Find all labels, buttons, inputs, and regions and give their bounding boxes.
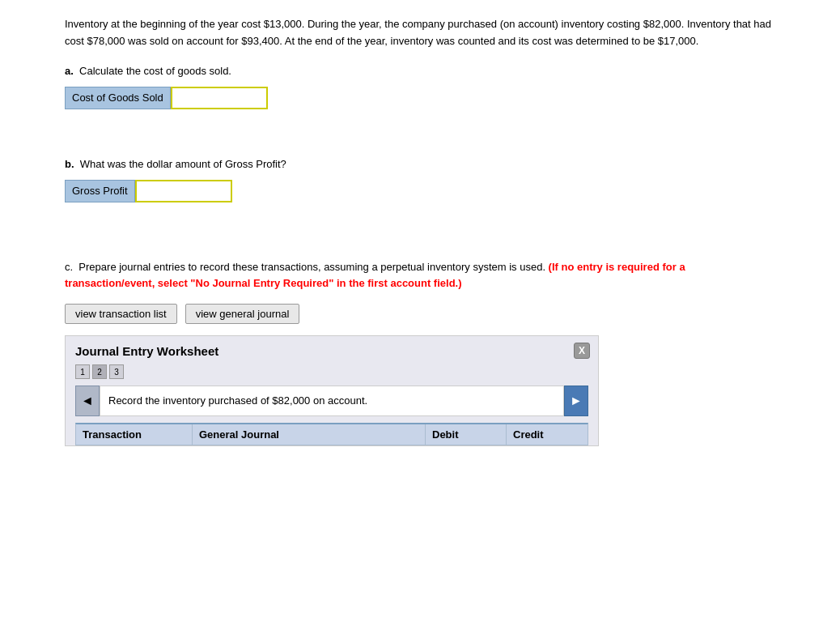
question-a-input-row: Cost of Goods Sold bbox=[65, 87, 775, 109]
transaction-display-area: ◄ Record the inventory purchased of $82,… bbox=[75, 386, 588, 416]
nav-button-3[interactable]: 3 bbox=[109, 364, 124, 379]
col-transaction: Transaction bbox=[76, 424, 193, 445]
question-a-text: Calculate the cost of goods sold. bbox=[79, 65, 231, 77]
navigation-row: 1 2 3 bbox=[75, 364, 588, 379]
intro-paragraph: Inventory at the beginning of the year c… bbox=[65, 16, 775, 50]
question-a-letter: a. bbox=[65, 65, 74, 77]
nav-button-1[interactable]: 1 bbox=[75, 364, 90, 379]
question-a-label: a. Calculate the cost of goods sold. bbox=[65, 65, 775, 77]
transaction-text: Record the inventory purchased of $82,00… bbox=[100, 386, 564, 416]
question-b-input-row: Gross Profit bbox=[65, 180, 775, 202]
journal-entry-worksheet: X Journal Entry Worksheet 1 2 3 ◄ Record… bbox=[65, 335, 599, 446]
cost-of-goods-sold-input[interactable] bbox=[171, 87, 268, 109]
journal-table-header: Transaction General Journal Debit Credit bbox=[75, 423, 588, 445]
question-c-label: c. Prepare journal entries to record the… bbox=[65, 259, 775, 293]
gross-profit-label: Gross Profit bbox=[65, 180, 135, 202]
question-c-block: c. Prepare journal entries to record the… bbox=[65, 259, 775, 446]
col-debit: Debit bbox=[426, 424, 507, 445]
journal-buttons-row: view transaction list view general journ… bbox=[65, 304, 775, 324]
nav-button-2[interactable]: 2 bbox=[92, 364, 107, 379]
next-transaction-button[interactable]: ► bbox=[564, 386, 588, 416]
question-a-block: a. Calculate the cost of goods sold. Cos… bbox=[65, 65, 775, 109]
question-b-block: b. What was the dollar amount of Gross P… bbox=[65, 158, 775, 202]
question-b-label: b. What was the dollar amount of Gross P… bbox=[65, 158, 775, 170]
gross-profit-input[interactable] bbox=[135, 180, 232, 202]
question-c-normal-text: Prepare journal entries to record these … bbox=[78, 261, 548, 273]
question-b-letter: b. bbox=[65, 158, 74, 170]
cost-of-goods-sold-label: Cost of Goods Sold bbox=[65, 87, 171, 109]
close-button[interactable]: X bbox=[574, 343, 590, 359]
col-general-journal: General Journal bbox=[193, 424, 426, 445]
journal-worksheet-title: Journal Entry Worksheet bbox=[75, 344, 588, 358]
question-b-text: What was the dollar amount of Gross Prof… bbox=[80, 158, 286, 170]
view-general-journal-button[interactable]: view general journal bbox=[185, 304, 300, 324]
col-credit: Credit bbox=[507, 424, 588, 445]
question-c-letter: c. bbox=[65, 261, 73, 273]
prev-transaction-button[interactable]: ◄ bbox=[75, 386, 100, 416]
view-transaction-list-button[interactable]: view transaction list bbox=[65, 304, 177, 324]
